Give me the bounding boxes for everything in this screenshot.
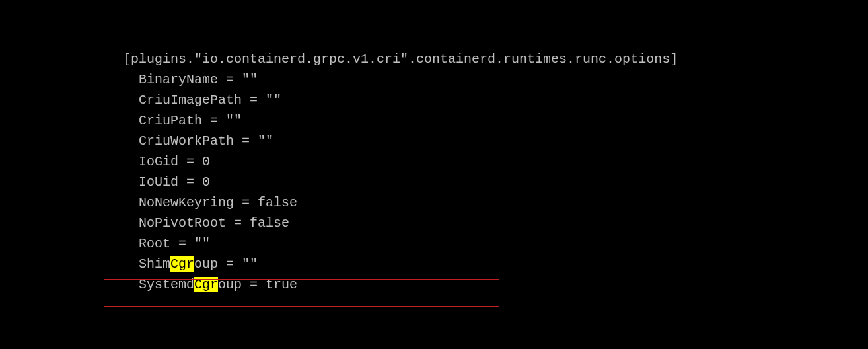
section-header-text: [plugins."io.containerd.grpc.v1.cri".con… (123, 52, 678, 67)
terminal-output: [plugins."io.containerd.grpc.v1.cri".con… (123, 49, 868, 295)
config-line-binary-name: BinaryName = "" (123, 69, 868, 90)
config-line-criu-image-path: CriuImagePath = "" (123, 90, 868, 110)
config-line-io-uid: IoUid = 0 (123, 172, 868, 192)
config-line-criu-path: CriuPath = "" (123, 110, 868, 131)
config-line-io-gid: IoGid = 0 (123, 151, 868, 172)
config-line-root: Root = "" (123, 233, 868, 254)
config-line-no-pivot-root: NoPivotRoot = false (123, 213, 868, 233)
config-line-criu-work-path: CriuWorkPath = "" (123, 131, 868, 151)
config-section-header: [plugins."io.containerd.grpc.v1.cri".con… (123, 49, 868, 69)
config-line-systemd-cgroup: SystemdCgroup = true (123, 274, 868, 295)
config-line-no-new-keyring: NoNewKeyring = false (123, 192, 868, 213)
config-line-shim-cgroup: ShimCgroup = "" (123, 254, 868, 274)
search-highlight: Cgr (194, 277, 218, 292)
search-highlight: Cgr (170, 256, 194, 272)
